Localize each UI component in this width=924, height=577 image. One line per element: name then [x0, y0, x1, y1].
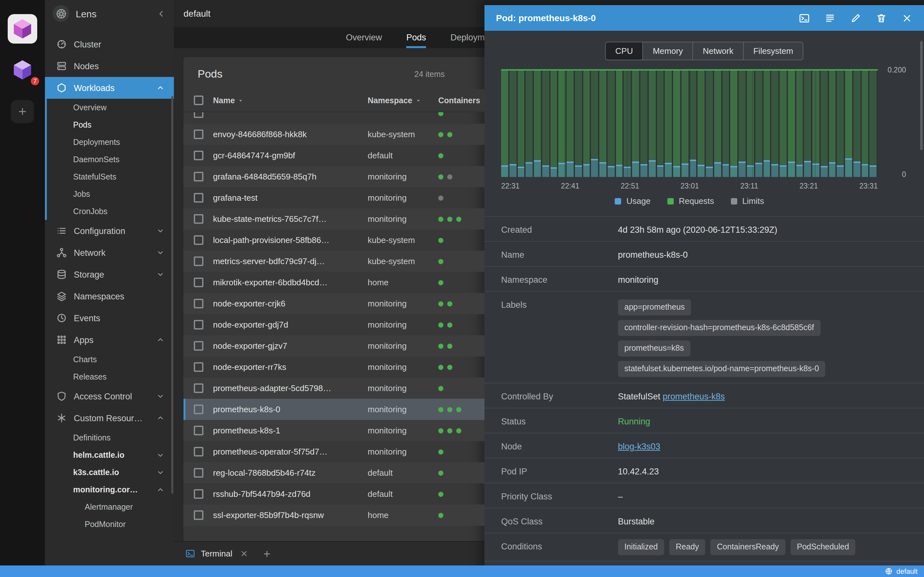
- sidebar-item-apps[interactable]: Apps: [45, 329, 174, 351]
- column-header-namespace[interactable]: Namespace: [368, 96, 438, 105]
- tab-overview[interactable]: Overview: [346, 27, 382, 48]
- table-row-reg-local-7868bd5b46-r74tz[interactable]: reg-local-7868bd5b46-r74tzdefault: [184, 462, 485, 484]
- workspace-tile-1[interactable]: [8, 14, 37, 44]
- row-checkbox[interactable]: [194, 510, 204, 520]
- tab-pods[interactable]: Pods: [407, 27, 426, 48]
- sidebar-subitem-definitions[interactable]: Definitions: [45, 429, 174, 446]
- detail-link[interactable]: prometheus-k8s: [663, 392, 725, 401]
- legend-item-requests[interactable]: Requests: [667, 196, 714, 206]
- table-row-gcr-648647474-gm9bf[interactable]: gcr-648647474-gm9bfdefault: [184, 145, 485, 166]
- drawer-trash-icon[interactable]: [876, 13, 887, 23]
- sidebar-subitem-daemonsets[interactable]: DaemonSets: [45, 151, 174, 168]
- sidebar-collapse-button[interactable]: [157, 9, 166, 18]
- row-checkbox[interactable]: [194, 426, 204, 435]
- table-row-grafana-64848d5659-85q7h[interactable]: grafana-64848d5659-85q7hmonitoring: [184, 166, 485, 187]
- row-checkbox[interactable]: [194, 151, 204, 160]
- sidebar-subitem-releases[interactable]: Releases: [45, 368, 174, 385]
- add-cluster-button[interactable]: [11, 100, 34, 123]
- legend-item-usage[interactable]: Usage: [615, 196, 651, 206]
- sidebar-item-workloads[interactable]: Workloads: [45, 77, 174, 99]
- pod-namespace: monitoring: [368, 405, 438, 414]
- table-row-prometheus-k8s-1[interactable]: prometheus-k8s-1monitoring: [184, 420, 485, 441]
- table-row-prometheus-adapter-5cd5798[interactable]: prometheus-adapter-5cd5798…monitoring: [184, 378, 485, 399]
- tab-deployments[interactable]: Deployments: [451, 27, 485, 48]
- sidebar-subitem-cronjobs[interactable]: CronJobs: [45, 203, 174, 220]
- drawer-close-icon[interactable]: [901, 13, 913, 23]
- status-context[interactable]: default: [897, 567, 918, 575]
- drawer-logs-icon[interactable]: [825, 13, 835, 23]
- row-checkbox[interactable]: [194, 277, 204, 287]
- row-checkbox[interactable]: [194, 256, 204, 266]
- metric-tab-filesystem[interactable]: Filesystem: [744, 42, 803, 60]
- sidebar-subitem-statefulsets[interactable]: StatefulSets: [45, 168, 174, 185]
- row-checkbox[interactable]: [194, 384, 204, 393]
- table-row-prometheus-k8s-0[interactable]: prometheus-k8s-0monitoring: [184, 399, 485, 420]
- row-checkbox[interactable]: [194, 214, 204, 224]
- sidebar-scrollbar[interactable]: [171, 96, 173, 494]
- sidebar-subitem-k3s-cattle-io[interactable]: k3s.cattle.io: [45, 464, 174, 481]
- column-header-containers[interactable]: Containers: [438, 96, 485, 105]
- table-row-node-exporter-crjk6[interactable]: node-exporter-crjk6monitoring: [184, 293, 485, 314]
- row-checkbox[interactable]: [194, 193, 204, 203]
- sidebar-subitem-pods[interactable]: Pods: [45, 116, 174, 133]
- sidebar-item-network[interactable]: Network: [45, 242, 174, 263]
- row-checkbox[interactable]: [194, 172, 204, 181]
- sidebar-item-nodes[interactable]: Nodes: [45, 55, 174, 77]
- terminal-close-icon[interactable]: [240, 550, 248, 558]
- sidebar-item-configuration[interactable]: Configuration: [45, 220, 174, 242]
- namespace-context[interactable]: default: [184, 8, 210, 19]
- sidebar-item-events[interactable]: Events: [45, 307, 174, 329]
- metric-tab-memory[interactable]: Memory: [643, 42, 693, 60]
- table-row-item[interactable]: [184, 112, 485, 124]
- row-checkbox[interactable]: [194, 320, 204, 330]
- table-row-mikrotik-exporter-6bdbd4bcd[interactable]: mikrotik-exporter-6bdbd4bcd…home: [184, 272, 485, 293]
- row-checkbox[interactable]: [194, 468, 204, 478]
- sidebar-item-namespaces[interactable]: Namespaces: [45, 285, 174, 307]
- sidebar-subitem-deployments[interactable]: Deployments: [45, 133, 174, 151]
- select-all-checkbox[interactable]: [194, 95, 204, 105]
- sidebar-subitem-jobs[interactable]: Jobs: [45, 185, 174, 203]
- workspace-tile-2[interactable]: 7: [8, 55, 37, 85]
- table-row-envoy-846686f868-hkk8k[interactable]: envoy-846686f868-hkk8kkube-system: [184, 124, 485, 145]
- table-row-prometheus-operator-5f75d7[interactable]: prometheus-operator-5f75d7…monitoring: [184, 441, 485, 462]
- row-checkbox[interactable]: [194, 447, 204, 456]
- row-checkbox[interactable]: [194, 112, 204, 118]
- sidebar-item-cluster[interactable]: Cluster: [45, 33, 174, 55]
- table-row-grafana-test[interactable]: grafana-testmonitoring: [184, 187, 485, 208]
- pod-containers: [438, 112, 485, 116]
- table-row-node-exporter-gjzv7[interactable]: node-exporter-gjzv7monitoring: [184, 335, 485, 356]
- sidebar-subitem-helm-cattle-io[interactable]: helm.cattle.io: [45, 446, 174, 464]
- sidebar-subitem-charts[interactable]: Charts: [45, 351, 174, 368]
- sidebar-subitem-monitoring-cor[interactable]: monitoring.cor…: [45, 481, 174, 498]
- table-row-local-path-provisioner-58fb86[interactable]: local-path-provisioner-58fb86…kube-syste…: [184, 229, 485, 251]
- sidebar-subitem-alertmanager[interactable]: Alertmanager: [45, 498, 174, 516]
- row-checkbox[interactable]: [194, 235, 204, 245]
- drawer-terminal-icon[interactable]: [799, 13, 810, 23]
- table-row-node-exporter-rr7ks[interactable]: node-exporter-rr7ksmonitoring: [184, 356, 485, 378]
- terminal-tab-label[interactable]: Terminal: [201, 549, 232, 558]
- row-checkbox[interactable]: [194, 341, 204, 351]
- sidebar-item-custom-resour[interactable]: Custom Resour…: [45, 407, 174, 429]
- table-row-kube-state-metrics-765c7c7f[interactable]: kube-state-metrics-765c7c7f…monitoring: [184, 208, 485, 229]
- drawer-scrollbar[interactable]: [920, 41, 923, 150]
- legend-item-limits[interactable]: Limits: [731, 196, 764, 206]
- detail-link[interactable]: blog-k3s03: [618, 442, 660, 451]
- row-checkbox[interactable]: [194, 299, 204, 308]
- table-row-metrics-server-bdfc79c97-dj[interactable]: metrics-server-bdfc79c97-dj…kube-system: [184, 251, 485, 272]
- sidebar-subitem-overview[interactable]: Overview: [45, 99, 174, 116]
- table-row-node-exporter-gdj7d[interactable]: node-exporter-gdj7dmonitoring: [184, 314, 485, 335]
- metric-tab-cpu[interactable]: CPU: [605, 42, 643, 60]
- sidebar-subitem-podmonitor[interactable]: PodMonitor: [45, 516, 174, 533]
- row-checkbox[interactable]: [194, 489, 204, 499]
- column-header-name[interactable]: Name: [213, 96, 368, 105]
- table-row-ssl-exporter-85b9f7b4b-rqsnw[interactable]: ssl-exporter-85b9f7b4b-rqsnwhome: [184, 504, 485, 526]
- row-checkbox[interactable]: [194, 129, 204, 139]
- drawer-edit-icon[interactable]: [850, 13, 861, 23]
- row-checkbox[interactable]: [194, 405, 204, 414]
- row-checkbox[interactable]: [194, 362, 204, 372]
- table-row-rsshub-7bf5447b94-zd76d[interactable]: rsshub-7bf5447b94-zd76ddefault: [184, 484, 485, 504]
- sidebar-item-access-control[interactable]: Access Control: [45, 385, 174, 407]
- sidebar-item-storage[interactable]: Storage: [45, 263, 174, 285]
- new-terminal-icon[interactable]: [262, 549, 271, 558]
- metric-tab-network[interactable]: Network: [693, 42, 744, 60]
